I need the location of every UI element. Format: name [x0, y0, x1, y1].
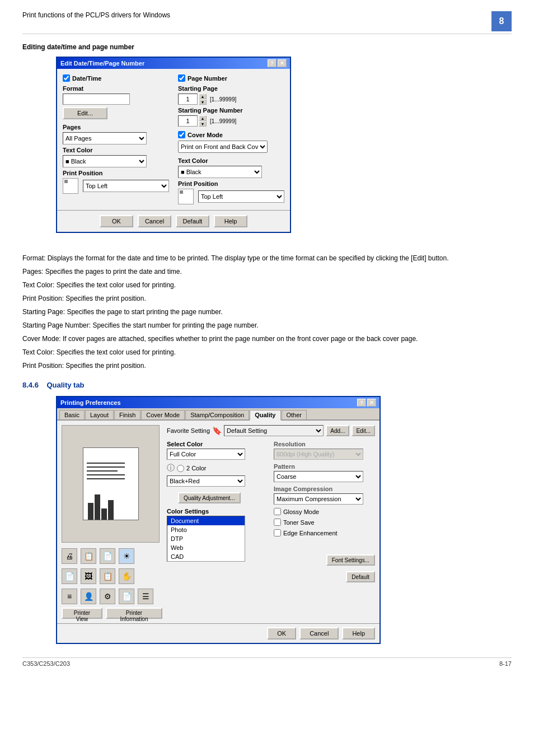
- titlebar-icons: ? ✕: [268, 59, 287, 67]
- cs-item-web[interactable]: Web: [167, 543, 245, 552]
- starting-page-num-label: Starting Page Number: [178, 107, 284, 114]
- image-compression-select[interactable]: Maximum Compression: [274, 493, 363, 505]
- default-btn-right[interactable]: Default: [346, 571, 375, 582]
- fav-edit-btn[interactable]: Edit...: [352, 425, 375, 436]
- preview-area: [62, 425, 160, 543]
- text-color-left-select[interactable]: ■ Black: [63, 155, 147, 167]
- cs-item-dtp[interactable]: DTP: [167, 534, 245, 543]
- spin-up-starting[interactable]: ▲: [199, 94, 207, 99]
- fav-select[interactable]: Default Setting: [224, 425, 324, 436]
- icon-hand[interactable]: ✋: [119, 568, 134, 584]
- spin-down-starting[interactable]: ▼: [199, 99, 207, 105]
- fav-icon: 🔖: [212, 426, 222, 435]
- edge-enhancement-checkbox[interactable]: [274, 529, 281, 536]
- help-icon[interactable]: ?: [268, 59, 277, 67]
- icon-menu[interactable]: ☰: [138, 589, 153, 604]
- body-text-2: Text Color: Specifies the text color use…: [22, 280, 512, 290]
- ok-button[interactable]: OK: [100, 215, 133, 227]
- bottom-icons: 🖨 📋 📄 ☀ 📄 🖼 📋 ✋ ≡: [62, 546, 162, 604]
- spin-down-startnum[interactable]: ▼: [199, 121, 207, 127]
- format-input[interactable]: 07/1/23: [63, 94, 130, 105]
- printer-info-btn[interactable]: Printer Information: [106, 608, 162, 619]
- edit-button[interactable]: Edit...: [63, 107, 107, 119]
- default-button[interactable]: Default: [176, 215, 209, 227]
- color-settings-list: Document Photo DTP Web CAD: [167, 516, 245, 562]
- body-text-8: Print Position: Specifies the print posi…: [22, 361, 512, 371]
- prefs-help-btn[interactable]: Help: [342, 627, 375, 640]
- edit-dialog-titlebar: Edit Date/Time/Page Number ? ✕: [57, 58, 290, 69]
- icons-row-3: ≡ 👤 ⚙ 📄 ☰: [62, 589, 162, 604]
- icon-pages[interactable]: 📋: [100, 568, 115, 584]
- cancel-button[interactable]: Cancel: [138, 215, 171, 227]
- edit-dialog-title: Edit Date/Time/Page Number: [60, 60, 144, 67]
- text-color-right-select[interactable]: ■ Black: [178, 166, 262, 178]
- prefs-ok-btn[interactable]: OK: [267, 627, 296, 640]
- fav-add-btn[interactable]: Add...: [326, 425, 349, 436]
- body-text-section: Format: Displays the format for the date…: [22, 253, 512, 371]
- body-text-7: Text Color: Specifies the text color use…: [22, 347, 512, 357]
- pattern-label: Pattern: [274, 463, 375, 470]
- color-settings-area: Color Settings Document Photo DTP Web CA…: [167, 508, 268, 562]
- icon-photo[interactable]: 🖼: [81, 568, 96, 584]
- tab-basic[interactable]: Basic: [59, 410, 85, 419]
- prefs-right: Favorite Setting 🔖 Default Setting Add..…: [167, 425, 375, 619]
- print-pos-left-preview: [63, 178, 78, 194]
- pagenumber-label: Page Number: [188, 75, 227, 82]
- cs-item-cad[interactable]: CAD: [167, 552, 245, 561]
- prefs-close-icon[interactable]: ✕: [367, 399, 376, 407]
- pagenumber-checkbox[interactable]: [178, 74, 185, 82]
- print-pos-right-select[interactable]: Top Left: [198, 190, 284, 203]
- cover-mode-checkbox[interactable]: [178, 131, 185, 138]
- tabs-row: Basic Layout Finish Cover Mode Stamp/Com…: [57, 408, 380, 421]
- icon-doc[interactable]: 📄: [100, 548, 115, 564]
- image-compression-group: Image Compression Maximum Compression: [274, 486, 375, 505]
- icon-settings[interactable]: ⚙: [100, 589, 115, 604]
- icon-printer-small[interactable]: 🖨: [62, 548, 77, 564]
- tab-quality[interactable]: Quality: [250, 410, 280, 421]
- pages-select[interactable]: All Pages: [63, 132, 147, 144]
- spin-up-startnum[interactable]: ▲: [199, 115, 207, 121]
- text-color-right-label: Text Color: [178, 157, 284, 164]
- two-color-radio[interactable]: [177, 465, 184, 472]
- cs-item-photo[interactable]: Photo: [167, 525, 245, 534]
- tab-stamp-composition[interactable]: Stamp/Composition: [185, 410, 249, 419]
- icon-profile[interactable]: 👤: [81, 589, 96, 604]
- tab-layout[interactable]: Layout: [85, 410, 114, 419]
- icon-list[interactable]: ≡: [62, 589, 77, 604]
- prefs-help-icon[interactable]: ?: [357, 399, 366, 407]
- right-col: Page Number Starting Page ▲ ▼ [1...99999…: [178, 74, 284, 204]
- quality-adj-row: Quality Adjustment...: [167, 490, 268, 503]
- tab-cover-mode[interactable]: Cover Mode: [141, 410, 185, 419]
- toner-save-checkbox[interactable]: [274, 519, 281, 526]
- starting-page-num-input[interactable]: [178, 115, 198, 127]
- tab-finish[interactable]: Finish: [114, 410, 140, 419]
- printer-view-btn[interactable]: Printer View: [62, 608, 102, 619]
- print-pos-right-preview: [178, 189, 194, 204]
- icon-doc2[interactable]: 📄: [62, 568, 77, 584]
- close-icon[interactable]: ✕: [278, 59, 287, 67]
- help-button[interactable]: Help: [214, 215, 247, 227]
- pattern-select[interactable]: Coarse: [274, 471, 363, 482]
- icon-pages2[interactable]: 📄: [119, 589, 134, 604]
- cs-item-document[interactable]: Document: [167, 516, 245, 525]
- datetime-checkbox[interactable]: [63, 74, 70, 82]
- page-footer: C353/C253/C203 8-17: [22, 657, 512, 667]
- quality-adj-btn[interactable]: Quality Adjustment...: [178, 492, 241, 503]
- glossy-mode-checkbox[interactable]: [274, 508, 281, 515]
- starting-page-input[interactable]: [178, 94, 198, 105]
- preview-paper: [83, 447, 139, 520]
- prefs-cancel-btn[interactable]: Cancel: [299, 627, 339, 640]
- section-846: 8.4.6 Quality tab Printing Preferences ?…: [22, 381, 512, 644]
- edge-enhancement-row: Edge Enhancement: [274, 529, 375, 536]
- cover-mode-select[interactable]: Print on Front and Back Cover: [178, 141, 268, 153]
- left-col: Date/Time Format 07/1/23 Edit... Pages A…: [63, 74, 169, 204]
- print-pos-left-select[interactable]: Top Left: [83, 180, 169, 192]
- font-settings-btn[interactable]: Font Settings...: [326, 554, 375, 566]
- two-color-select[interactable]: Black+Red: [167, 475, 245, 487]
- icon-copy[interactable]: 📋: [81, 548, 96, 564]
- select-color-select[interactable]: Full Color: [167, 449, 245, 460]
- info-icon: ⓘ: [167, 463, 175, 473]
- tab-other[interactable]: Other: [282, 410, 307, 419]
- resolution-select[interactable]: 600dpi (High Quality): [274, 449, 363, 460]
- icon-brightness[interactable]: ☀: [119, 548, 134, 564]
